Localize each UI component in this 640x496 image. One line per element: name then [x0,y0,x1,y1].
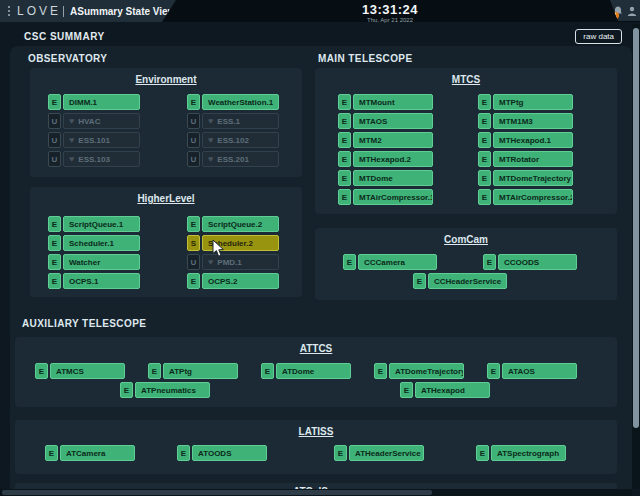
page-title: CSC SUMMARY [24,31,105,42]
csc-state-badge: S [187,235,200,251]
csc-ATPtg[interactable]: EATPtg [148,363,238,379]
csc-MTMount[interactable]: EMTMount [338,94,433,110]
csc-label: MTHexapod.2 [353,151,433,167]
csc-name: ATHexapod [421,386,465,395]
csc-DIMM.1[interactable]: EDIMM.1 [48,94,140,110]
csc-row: EATCameraEATOODSEATHeaderServiceEATSpect… [45,445,566,461]
top-bar: LOVE ASummary State View 13:31:24 Thu, A… [0,0,640,22]
group-title-environment: Environment [30,74,302,85]
raw-data-button[interactable]: raw data [575,29,622,44]
csc-MTM1M3[interactable]: EMTM1M3 [478,113,573,129]
csc-label: MTM1M3 [493,113,573,129]
csc-state-badge: E [478,94,491,110]
csc-WeatherStation.1[interactable]: EWeatherStation.1 [187,94,279,110]
csc-state-badge: E [45,445,58,461]
csc-MTHexapod.2[interactable]: EMTHexapod.2 [338,151,433,167]
csc-ATHeaderService[interactable]: EATHeaderService [334,445,424,461]
csc-MTPtg[interactable]: EMTPtg [478,94,573,110]
group-comcam: ComCam ECCCameraECCOODS ECCHeaderService [315,228,617,300]
vertical-scrollbar-track[interactable] [632,24,640,489]
csc-CCOODS[interactable]: ECCOODS [483,254,577,270]
csc-state-badge: U [48,151,61,167]
csc-label: ♥HVAC [63,113,140,129]
csc-column: EScriptQueue.1EScheduler.1EWatcherEOCPS.… [48,216,140,289]
csc-MTAOS[interactable]: EMTAOS [338,113,433,129]
csc-row: EATMCSEATPtgEATDomeEATDomeTrajectoryEATA… [35,363,577,379]
csc-state-badge: E [478,170,491,186]
csc-ATOODS[interactable]: EATOODS [177,445,267,461]
csc-state-badge: U [187,132,200,148]
group-title-attcs: ATTCS [15,343,617,354]
csc-Scheduler.1[interactable]: EScheduler.1 [48,235,140,251]
csc-name: ATSpectrograph [497,449,559,458]
csc-name: MTDome [359,174,393,183]
csc-state-badge: E [48,254,61,270]
csc-OCPS.2[interactable]: EOCPS.2 [187,273,279,289]
menu-dots-icon[interactable] [8,6,10,16]
logo-divider [63,6,64,17]
csc-ATPneumatics[interactable]: EATPneumatics [120,382,210,398]
csc-MTAirCompressor.2[interactable]: EMTAirCompressor.2 [478,189,573,205]
csc-ESS.1[interactable]: U♥ESS.1 [187,113,279,129]
csc-state-badge: E [187,216,200,232]
csc-MTM2[interactable]: EMTM2 [338,132,433,148]
csc-ATDome[interactable]: EATDome [261,363,351,379]
csc-name: MTAirCompressor.2 [499,193,573,202]
csc-ScriptQueue.1[interactable]: EScriptQueue.1 [48,216,140,232]
csc-column: EDIMM.1U♥HVACU♥ESS.101U♥ESS.103 [48,94,140,167]
csc-ESS.102[interactable]: U♥ESS.102 [187,132,279,148]
csc-ESS.103[interactable]: U♥ESS.103 [48,151,140,167]
csc-label: ATDomeTrajectory [389,363,464,379]
csc-PMD.1[interactable]: U♥PMD.1 [187,254,279,270]
csc-ESS.201[interactable]: U♥ESS.201 [187,151,279,167]
heartbeat-lost-icon: ♥ [208,258,213,267]
csc-name: MTHexapod.1 [499,136,551,145]
csc-ESS.101[interactable]: U♥ESS.101 [48,132,140,148]
csc-ATHexapod[interactable]: EATHexapod [400,382,490,398]
csc-column: EScriptQueue.2SScheduler.2U♥PMD.1EOCPS.2 [187,216,279,289]
csc-ScriptQueue.2[interactable]: EScriptQueue.2 [187,216,279,232]
csc-ATSpectrograph[interactable]: EATSpectrograph [476,445,566,461]
csc-label: ATMCS [50,363,125,379]
csc-name: OCPS.1 [69,277,98,286]
notification-count-badge: 1 [612,12,619,19]
csc-CCCamera[interactable]: ECCCamera [343,254,437,270]
csc-state-badge: E [487,363,500,379]
vertical-scrollbar-thumb[interactable] [633,28,639,428]
csc-name: MTMount [359,98,395,107]
csc-ATDomeTrajectory[interactable]: EATDomeTrajectory [374,363,464,379]
csc-MTHexapod.1[interactable]: EMTHexapod.1 [478,132,573,148]
csc-MTAirCompressor.1[interactable]: EMTAirCompressor.1 [338,189,433,205]
horizontal-scrollbar-track[interactable] [0,489,632,496]
csc-row: EATPneumaticsEATHexapod [120,382,490,398]
csc-state-badge: E [177,445,190,461]
csc-MTDomeTrajectory[interactable]: EMTDomeTrajectory [478,170,573,186]
user-icon[interactable] [627,6,637,16]
csc-CCHeaderService[interactable]: ECCHeaderService [413,273,507,289]
csc-name: ScriptQueue.2 [208,220,262,229]
notifications-bell-icon[interactable]: 1 [613,6,623,16]
group-title-higherlevel: HigherLevel [30,193,302,204]
csc-column: EWeatherStation.1U♥ESS.1U♥ESS.102U♥ESS.2… [187,94,279,167]
csc-Watcher[interactable]: EWatcher [48,254,140,270]
group-mtcs: MTCS EMTMountEMTAOSEMTM2EMTHexapod.2EMTD… [315,68,617,214]
csc-HVAC[interactable]: U♥HVAC [48,113,140,129]
csc-ATMCS[interactable]: EATMCS [35,363,125,379]
csc-Scheduler.2[interactable]: SScheduler.2 [187,235,279,251]
csc-ATAOS[interactable]: EATAOS [487,363,577,379]
csc-MTRotator[interactable]: EMTRotator [478,151,573,167]
horizontal-scrollbar-thumb[interactable] [2,490,432,495]
csc-label: ATOODS [192,445,267,461]
csc-state-badge: E [48,94,61,110]
csc-state-badge: E [413,273,426,289]
clock: 13:31:24 Thu, Apr 21 2022 [340,2,440,23]
csc-OCPS.1[interactable]: EOCPS.1 [48,273,140,289]
csc-name: ESS.103 [78,155,110,164]
clock-time: 13:31:24 [340,2,440,17]
csc-MTDome[interactable]: EMTDome [338,170,433,186]
csc-state-badge: E [338,94,351,110]
section-heading-main-telescope: MAIN TELESCOPE [318,53,413,64]
csc-ATCamera[interactable]: EATCamera [45,445,135,461]
csc-label: ATPtg [163,363,238,379]
csc-label: MTAOS [353,113,433,129]
